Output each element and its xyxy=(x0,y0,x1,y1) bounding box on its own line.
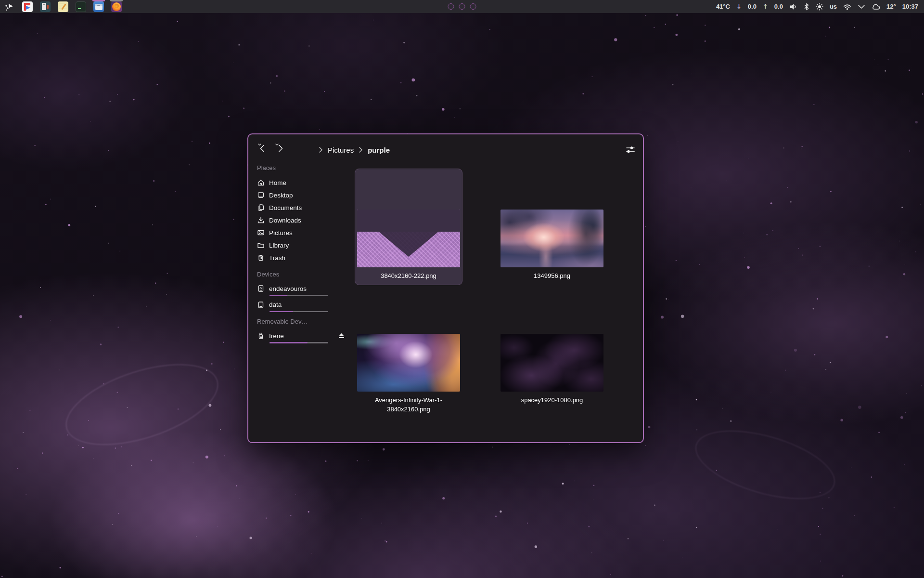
weather-cloud-icon[interactable] xyxy=(872,3,880,10)
forward-history-caret-icon xyxy=(275,144,279,146)
sidebar-item-desktop[interactable]: Desktop xyxy=(257,189,349,201)
system-drive-icon xyxy=(257,285,265,292)
documents-icon xyxy=(257,204,265,211)
sidebar: Places Home Desktop Documents Downloads … xyxy=(257,164,349,346)
devices-header: Devices xyxy=(257,271,349,279)
trash-icon xyxy=(257,254,265,262)
top-panel: 41°C ↓ 0.0 ↑ 0.0 xyxy=(0,0,924,13)
sidebar-item-documents[interactable]: Documents xyxy=(257,201,349,214)
weather-temp-readout[interactable]: 12° xyxy=(886,3,896,10)
cpu-temp-readout: 41°C xyxy=(716,3,730,10)
sidebar-item-downloads[interactable]: Downloads xyxy=(257,214,349,226)
breadcrumb-chevron-icon xyxy=(359,146,363,153)
eject-icon[interactable] xyxy=(338,333,345,339)
usb-drive-icon xyxy=(257,332,265,340)
file-item[interactable]: 1349956.png xyxy=(498,169,606,285)
sidebar-item-label: Pictures xyxy=(269,229,293,236)
disk-usage-bar xyxy=(270,311,328,313)
disk-usage-bar xyxy=(270,295,328,296)
back-history-caret-icon xyxy=(258,144,261,146)
sidebar-item-label: Desktop xyxy=(269,192,293,199)
brightness-icon[interactable] xyxy=(816,3,823,11)
pictures-icon xyxy=(257,229,265,236)
sidebar-item-library[interactable]: Library xyxy=(257,239,349,251)
workspace-dot-1[interactable] xyxy=(448,3,454,10)
volume-icon[interactable] xyxy=(789,3,797,11)
file-item[interactable]: spacey1920-1080.png xyxy=(498,293,606,419)
sidebar-device-endeavouros[interactable]: endeavouros xyxy=(257,283,349,294)
downloads-icon xyxy=(257,216,265,224)
file-thumbnail xyxy=(500,334,603,392)
desktop-icon xyxy=(257,191,265,199)
file-item[interactable]: Avengers-Infinity-War-1-3840x2160.png xyxy=(355,293,462,419)
breadcrumb-item-pictures[interactable]: Pictures xyxy=(328,146,354,154)
file-thumbnail xyxy=(500,210,603,267)
file-thumbnail xyxy=(357,334,460,392)
places-header: Places xyxy=(257,164,349,173)
keyboard-layout-indicator[interactable]: us xyxy=(830,3,837,10)
sidebar-item-label: Trash xyxy=(269,254,285,262)
back-button[interactable] xyxy=(256,142,270,157)
sidebar-item-home[interactable]: Home xyxy=(257,176,349,189)
sidebar-item-label: Documents xyxy=(269,204,302,211)
wifi-icon[interactable] xyxy=(843,3,851,10)
sidebar-item-trash[interactable]: Trash xyxy=(257,251,349,264)
home-icon xyxy=(257,179,265,186)
breadcrumb: Pictures purple xyxy=(319,144,390,156)
system-tray: 41°C ↓ 0.0 ↑ 0.0 xyxy=(716,3,924,11)
sidebar-item-pictures[interactable]: Pictures xyxy=(257,226,349,239)
sidebar-device-data[interactable]: data xyxy=(257,299,349,311)
forward-button[interactable] xyxy=(273,142,288,157)
terminal-app-icon[interactable] xyxy=(75,0,87,13)
breadcrumb-chevron-icon xyxy=(319,146,323,153)
net-down-readout: 0.0 xyxy=(748,3,757,10)
firefox-app-icon[interactable] xyxy=(110,0,123,13)
file-thumbnail xyxy=(357,210,460,267)
workspace-switcher xyxy=(448,0,476,13)
file-name: Avengers-Infinity-War-1-3840x2160.png xyxy=(357,395,460,414)
file-item[interactable]: 3840x2160-222.png xyxy=(355,169,462,285)
breadcrumb-item-purple[interactable]: purple xyxy=(368,146,390,154)
device-label: Irene xyxy=(269,332,284,340)
net-up-icon: ↑ xyxy=(763,3,768,10)
disk-usage-bar xyxy=(270,342,328,343)
chevron-down-icon[interactable] xyxy=(858,4,865,9)
sliders-icon xyxy=(625,145,636,154)
net-up-readout: 0.0 xyxy=(774,3,783,10)
sidebar-device-irene[interactable]: Irene xyxy=(257,330,349,342)
workspace-dot-2[interactable] xyxy=(459,3,465,10)
media-app-icon[interactable] xyxy=(21,0,34,13)
notes-app-icon[interactable] xyxy=(57,0,69,13)
file-name: spacey1920-1080.png xyxy=(500,395,603,405)
file-manager-window: Pictures purple Places Home Desktop xyxy=(247,133,644,443)
bluetooth-icon[interactable] xyxy=(804,3,809,11)
net-down-icon: ↓ xyxy=(736,3,742,10)
endeavouros-menu-icon[interactable] xyxy=(3,0,16,13)
clock[interactable]: 10:37 xyxy=(902,3,918,10)
document-reader-app-icon[interactable] xyxy=(39,0,51,13)
removable-devices-header: Removable Dev… xyxy=(257,318,349,327)
data-drive-icon xyxy=(257,301,265,309)
view-options-button[interactable] xyxy=(625,144,636,155)
device-label: data xyxy=(269,301,282,308)
workspace-dot-3[interactable] xyxy=(470,3,476,10)
sidebar-item-label: Home xyxy=(269,179,286,186)
folder-icon xyxy=(257,241,265,249)
file-manager-app-icon[interactable] xyxy=(92,0,105,13)
file-grid: 3840x2160-222.png 1349956.png Avengers-I… xyxy=(355,169,606,419)
sidebar-item-label: Library xyxy=(269,242,289,249)
toolbar: Pictures purple xyxy=(248,138,643,160)
sidebar-item-label: Downloads xyxy=(269,217,301,224)
file-name: 3840x2160-222.png xyxy=(357,271,460,281)
launcher-dock xyxy=(0,0,123,13)
selection-padding xyxy=(357,171,460,210)
device-label: endeavouros xyxy=(269,285,307,292)
file-name: 1349956.png xyxy=(500,271,603,281)
